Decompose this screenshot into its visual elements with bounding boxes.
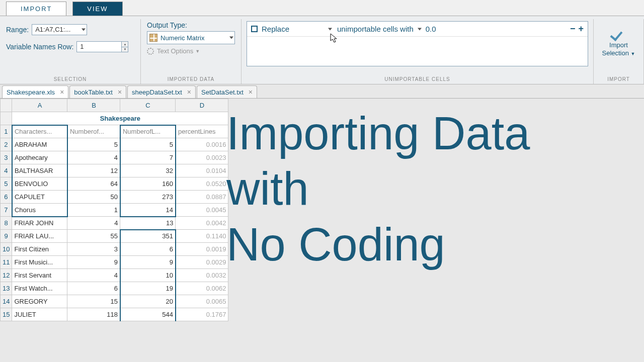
table-cell[interactable]: 1 — [67, 204, 120, 217]
replace-cells-with-dropdown[interactable]: unimportable cells with — [337, 25, 422, 33]
table-cell[interactable]: First Watch... — [12, 282, 67, 295]
table-cell[interactable]: 6 — [120, 243, 176, 256]
replace-value-input[interactable] — [426, 25, 466, 33]
row-header[interactable]: 8 — [1, 217, 12, 230]
table-cell[interactable]: CAPULET — [12, 191, 67, 204]
row-header[interactable]: 2 — [1, 138, 12, 151]
table-cell[interactable]: ABRAHAM — [12, 138, 67, 151]
table-cell[interactable]: 20 — [120, 295, 176, 308]
row-header[interactable]: 10 — [1, 243, 12, 256]
row-header[interactable]: 6 — [1, 191, 12, 204]
table-cell[interactable]: 55 — [67, 230, 120, 243]
output-type-dropdown[interactable]: Numeric Matrix — [147, 31, 235, 44]
table-cell[interactable]: 0.0045 — [176, 204, 228, 217]
row-header[interactable]: 15 — [1, 308, 12, 321]
close-icon[interactable]: × — [249, 88, 253, 96]
table-cell[interactable]: 14 — [120, 204, 176, 217]
column-header[interactable]: C — [120, 99, 176, 112]
table-cell[interactable]: 0.0062 — [176, 282, 228, 295]
table-cell[interactable]: 0.0032 — [176, 269, 228, 282]
table-cell[interactable]: 0.0019 — [176, 243, 228, 256]
import-selection-button[interactable]: Import Selection ▼ IMPORT — [594, 19, 644, 84]
replace-checkbox[interactable] — [251, 26, 258, 32]
close-icon[interactable]: × — [187, 88, 191, 96]
var-names-row-spinner[interactable]: ▲ ▼ — [121, 41, 128, 52]
row-header[interactable]: 5 — [1, 177, 12, 191]
table-cell[interactable]: First Citizen — [12, 243, 67, 256]
table-cell[interactable]: 19 — [120, 282, 176, 295]
close-icon[interactable]: × — [118, 88, 122, 96]
table-cell[interactable]: 0.0104 — [176, 164, 228, 177]
table-cell[interactable]: 5 — [67, 138, 120, 151]
table-cell[interactable]: 64 — [67, 177, 120, 191]
table-cell[interactable]: 544 — [120, 308, 176, 321]
table-cell[interactable]: 9 — [67, 256, 120, 269]
table-cell[interactable]: 4 — [67, 217, 120, 230]
table-cell[interactable]: 4 — [67, 269, 120, 282]
table-cell[interactable]: 0.0029 — [176, 256, 228, 269]
table-header-cell[interactable]: percentLines — [176, 125, 228, 138]
table-cell[interactable]: 7 — [120, 151, 176, 164]
table-cell[interactable]: 0.0520 — [176, 177, 228, 191]
row-header[interactable]: 1 — [1, 125, 12, 138]
spinner-up-icon[interactable]: ▲ — [122, 42, 128, 47]
table-cell[interactable]: 118 — [67, 308, 120, 321]
table-cell[interactable]: BENVOLIO — [12, 177, 67, 191]
row-header[interactable]: 13 — [1, 282, 12, 295]
table-cell[interactable]: 0.1767 — [176, 308, 228, 321]
file-tab[interactable]: bookTable.txt× — [69, 85, 126, 98]
replace-action-dropdown[interactable]: Replace — [262, 25, 337, 33]
table-cell[interactable]: 10 — [120, 269, 176, 282]
table-cell[interactable]: FRIAR JOHN — [12, 217, 67, 230]
table-cell[interactable]: Chorus — [12, 204, 67, 217]
var-names-row-input[interactable]: 1 — [76, 41, 122, 52]
table-header-cell[interactable]: Characters... — [12, 125, 67, 138]
table-cell[interactable]: JULIET — [12, 308, 67, 321]
table-cell[interactable]: Apothecary — [12, 151, 67, 164]
table-header-cell[interactable]: NumberofL... — [120, 125, 176, 138]
table-cell[interactable]: 351 — [120, 230, 176, 243]
file-tab[interactable]: Shakespeare.xls× — [2, 85, 68, 98]
close-icon[interactable]: × — [60, 88, 64, 96]
row-header[interactable]: 4 — [1, 164, 12, 177]
table-cell[interactable]: 3 — [67, 243, 120, 256]
row-header[interactable]: 7 — [1, 204, 12, 217]
table-cell[interactable]: 0.0065 — [176, 295, 228, 308]
table-cell[interactable]: 13 — [120, 217, 176, 230]
row-header[interactable]: 9 — [1, 230, 12, 243]
table-cell[interactable]: 12 — [67, 164, 120, 177]
column-header[interactable]: A — [12, 99, 67, 112]
table-cell[interactable]: 0.0016 — [176, 138, 228, 151]
file-tab[interactable]: sheepDataSet.txt× — [127, 85, 196, 98]
file-tab[interactable]: SetDataSet.txt× — [197, 85, 257, 98]
row-header[interactable]: 14 — [1, 295, 12, 308]
table-cell[interactable]: 0.0023 — [176, 151, 228, 164]
table-cell[interactable]: 5 — [120, 138, 176, 151]
column-header[interactable]: D — [176, 99, 228, 112]
table-cell[interactable]: 6 — [67, 282, 120, 295]
tab-view[interactable]: VIEW — [72, 2, 122, 16]
table-header-cell[interactable]: Numberof... — [67, 125, 120, 138]
table-cell[interactable]: 9 — [120, 256, 176, 269]
table-cell[interactable]: BALTHASAR — [12, 164, 67, 177]
add-rule-button[interactable]: + — [578, 24, 584, 34]
table-cell[interactable]: FRIAR LAU... — [12, 230, 67, 243]
row-header[interactable]: 12 — [1, 269, 12, 282]
table-cell[interactable]: GREGORY — [12, 295, 67, 308]
table-cell[interactable]: 160 — [120, 177, 176, 191]
remove-rule-button[interactable]: − — [570, 24, 576, 34]
row-header[interactable]: 3 — [1, 151, 12, 164]
range-input[interactable]: A1:A7,C1:... — [32, 24, 87, 35]
table-cell[interactable]: 50 — [67, 191, 120, 204]
tab-import[interactable]: IMPORT — [6, 2, 66, 16]
table-cell[interactable]: 15 — [67, 295, 120, 308]
spinner-down-icon[interactable]: ▼ — [122, 47, 128, 52]
spreadsheet[interactable]: ABCD Shakespeare1Characters...Numberof..… — [0, 99, 228, 321]
table-cell[interactable]: First Musici... — [12, 256, 67, 269]
table-cell[interactable]: 32 — [120, 164, 176, 177]
table-cell[interactable]: 0.1140 — [176, 230, 228, 243]
table-cell[interactable]: 4 — [67, 151, 120, 164]
column-header[interactable]: B — [67, 99, 120, 112]
table-cell[interactable]: 0.0042 — [176, 217, 228, 230]
table-cell[interactable]: First Servant — [12, 269, 67, 282]
